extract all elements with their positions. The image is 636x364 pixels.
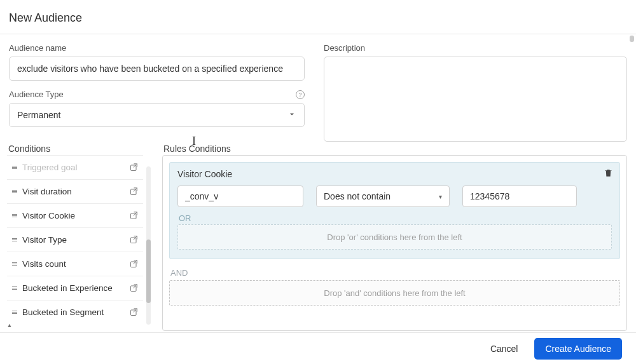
condition-item-visit-duration[interactable]: Visit duration: [7, 179, 143, 203]
description-input[interactable]: [324, 57, 627, 142]
audience-type-label: Audience Type: [9, 90, 64, 99]
condition-label: Visitor Cookie: [22, 211, 128, 220]
drag-handle-icon: [12, 286, 17, 290]
svg-rect-2: [131, 213, 137, 219]
text-cursor-icon: I: [192, 135, 196, 148]
or-dropzone[interactable]: Drop 'or' conditions here from the left: [177, 224, 612, 250]
rule-card-visitor-cookie: Visitor Cookie Does not contain ▾ OR Dro…: [169, 162, 620, 259]
condition-item-bucketed-segment[interactable]: Bucketed in Segment: [7, 300, 143, 324]
condition-item-triggered-goal[interactable]: Triggered goal: [7, 155, 143, 179]
drag-handle-icon: [12, 190, 17, 194]
cancel-button[interactable]: Cancel: [487, 339, 522, 359]
create-audience-button[interactable]: Create Audience: [534, 338, 622, 360]
svg-rect-5: [131, 286, 137, 292]
scroll-down-icon[interactable]: ▲: [7, 322, 13, 328]
condition-label: Visits count: [22, 259, 128, 269]
external-link-icon[interactable]: [128, 307, 139, 318]
svg-rect-6: [131, 310, 137, 316]
external-link-icon[interactable]: [128, 210, 139, 221]
rule-card-title: Visitor Cookie: [177, 169, 612, 179]
condition-label: Bucketed in Segment: [22, 307, 128, 317]
drag-handle-icon: [12, 166, 17, 170]
external-link-icon[interactable]: [128, 162, 139, 173]
svg-rect-3: [131, 238, 137, 243]
caret-down-icon: ▾: [439, 193, 442, 200]
drag-handle-icon: [12, 238, 17, 242]
external-link-icon[interactable]: [128, 259, 139, 269]
rules-title: Rules Conditions: [162, 144, 627, 154]
conditions-list[interactable]: Triggered goal Visit duration Visitor Co…: [7, 155, 152, 331]
help-icon[interactable]: ?: [296, 90, 305, 99]
condition-label: Visit duration: [22, 187, 128, 196]
drag-handle-icon: [12, 262, 17, 266]
rule-value-input[interactable]: [462, 185, 577, 207]
page-title: New Audience: [0, 0, 636, 34]
external-link-icon[interactable]: [128, 186, 139, 197]
svg-rect-4: [131, 262, 137, 267]
footer-actions: Cancel Create Audience: [0, 332, 636, 364]
and-dropzone[interactable]: Drop 'and' conditions here from the left: [169, 280, 620, 306]
rule-operator-select[interactable]: Does not contain ▾: [316, 185, 450, 207]
condition-label: Triggered goal: [22, 163, 128, 172]
scrollbar-thumb[interactable]: [146, 239, 151, 303]
condition-label: Visitor Type: [22, 235, 128, 245]
page-scrollbar-thumb[interactable]: [630, 36, 634, 42]
condition-group-visit-time: Visit Time: [7, 324, 143, 331]
audience-type-select[interactable]: Permanent: [9, 103, 305, 127]
condition-item-visitor-type[interactable]: Visitor Type: [7, 227, 143, 252]
conditions-title: Conditions: [7, 144, 152, 154]
or-label: OR: [179, 213, 612, 223]
audience-name-label: Audience name: [9, 43, 305, 53]
svg-rect-0: [131, 165, 137, 171]
and-label: AND: [170, 268, 620, 278]
rule-cookie-name-input[interactable]: [177, 185, 303, 207]
scroll-up-icon[interactable]: [7, 158, 13, 164]
description-label: Description: [324, 43, 627, 53]
condition-item-visitor-cookie[interactable]: Visitor Cookie: [7, 203, 143, 227]
external-link-icon[interactable]: [128, 283, 139, 293]
external-link-icon[interactable]: [128, 234, 139, 245]
audience-name-input[interactable]: [9, 57, 305, 81]
condition-label: Bucketed in Experience: [22, 283, 128, 293]
rule-operator-value: Does not contain: [324, 191, 391, 201]
drag-handle-icon: [12, 311, 17, 314]
rules-container: Visitor Cookie Does not contain ▾ OR Dro…: [162, 155, 627, 331]
condition-item-bucketed-experience[interactable]: Bucketed in Experience: [7, 276, 143, 300]
conditions-scrollbar[interactable]: [146, 166, 151, 325]
condition-item-visits-count[interactable]: Visits count: [7, 252, 143, 276]
drag-handle-icon: [12, 214, 17, 218]
delete-rule-button[interactable]: [604, 168, 613, 180]
svg-rect-1: [131, 189, 137, 195]
